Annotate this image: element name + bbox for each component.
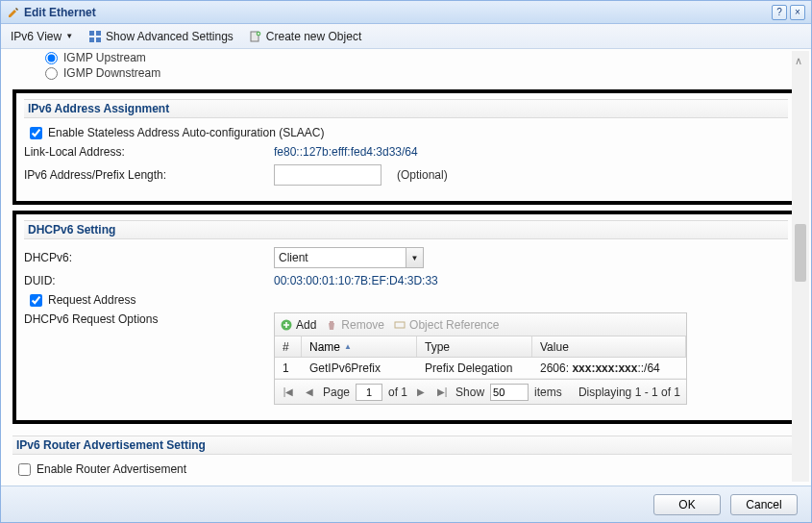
remove-label: Remove <box>341 318 384 332</box>
ipv6-assign-heading: IPv6 Address Assignment <box>24 99 788 118</box>
col-name[interactable]: Name ▲ <box>302 336 417 357</box>
close-button[interactable]: × <box>790 5 805 20</box>
linklocal-value: fe80::127b:efff:fed4:3d33/64 <box>274 145 418 159</box>
ipv6-address-assignment-frame: IPv6 Address Assignment Enable Stateless… <box>12 89 800 205</box>
remove-button[interactable]: Remove <box>326 318 384 332</box>
prefix-label: IPv6 Address/Prefix Length: <box>24 168 274 182</box>
dhcpv6-setting-frame: DHCPv6 Setting DHCPv6: Client ▼ DUID: 00… <box>12 211 800 424</box>
request-address-label: Request Address <box>48 293 135 307</box>
table-row[interactable]: 1 GetIPv6Prefix Prefix Delegation 2606: … <box>275 358 686 379</box>
ok-button[interactable]: OK <box>653 494 721 515</box>
pager-of-label: of 1 <box>388 386 407 399</box>
add-button[interactable]: Add <box>281 318 316 332</box>
pager-next[interactable]: ▶ <box>413 385 429 400</box>
slaac-checkbox[interactable] <box>30 127 42 139</box>
cancel-label: Cancel <box>746 498 781 511</box>
pager-last[interactable]: ▶| <box>434 385 450 400</box>
help-button[interactable]: ? <box>772 5 787 20</box>
col-type[interactable]: Type <box>417 336 532 357</box>
chevron-down-icon: ▼ <box>406 248 423 267</box>
pager-page-input[interactable] <box>356 384 382 401</box>
linklocal-label: Link-Local Address: <box>24 145 274 159</box>
duid-value: 00:03:00:01:10:7B:EF:D4:3D:33 <box>274 274 438 287</box>
col-name-label: Name <box>309 340 340 354</box>
pager-page-label: Page <box>323 386 350 399</box>
trash-icon <box>326 319 337 331</box>
content-area: IGMP Upstream IGMP Downstream IPv6 Addre… <box>1 49 811 484</box>
svg-rect-2 <box>89 37 94 42</box>
dhcpv6-select-value: Client <box>275 251 406 264</box>
igmp-downstream-label: IGMP Downstream <box>63 66 160 80</box>
scroll-up-icon: ∧ <box>795 55 806 66</box>
slaac-label: Enable Stateless Address Auto-configurat… <box>48 126 325 139</box>
toolbar: IPv6 View ▼ Show Advanced Settings Creat… <box>1 24 811 49</box>
svg-rect-0 <box>89 31 94 36</box>
dhcpv6-select[interactable]: Client ▼ <box>274 247 424 268</box>
request-address-checkbox[interactable] <box>30 294 42 307</box>
edit-icon <box>7 6 20 19</box>
cell-value: 2606: xxx:xxx:xxx::/64 <box>532 361 686 375</box>
prefix-input[interactable] <box>274 164 381 186</box>
ra-heading: IPv6 Router Advertisement Setting <box>12 436 800 455</box>
cancel-button[interactable]: Cancel <box>730 494 798 515</box>
object-reference-label: Object Reference <box>409 318 499 332</box>
cell-name: GetIPv6Prefix <box>302 361 417 375</box>
view-dropdown[interactable]: IPv6 View ▼ <box>7 28 77 45</box>
enable-ra-label: Enable Router Advertisement <box>37 462 186 476</box>
igmp-downstream-radio[interactable] <box>45 67 58 80</box>
view-dropdown-label: IPv6 View <box>11 30 62 43</box>
igmp-upstream-label: IGMP Upstream <box>63 51 146 64</box>
create-object-label: Create new Object <box>266 30 361 43</box>
value-prefix: 2606: <box>540 361 572 375</box>
show-advanced-label: Show Advanced Settings <box>106 30 234 43</box>
dhcpv6-heading: DHCPv6 Setting <box>24 220 788 239</box>
enable-ra-checkbox[interactable] <box>18 463 31 476</box>
svg-rect-7 <box>395 322 405 328</box>
dhcpv6-label: DHCPv6: <box>24 251 274 264</box>
request-options-label: DHCPv6 Request Options <box>24 312 274 326</box>
cell-num: 1 <box>275 361 302 375</box>
value-suffix: ::/64 <box>637 361 659 375</box>
optional-label: (Optional) <box>397 168 448 182</box>
request-options-table: Add Remove Object Referenc <box>274 312 687 405</box>
svg-rect-1 <box>96 31 101 36</box>
col-num[interactable]: # <box>275 336 302 357</box>
window-title: Edit Ethernet <box>24 6 772 19</box>
pager-show-label: Show <box>455 386 484 399</box>
sort-asc-icon: ▲ <box>344 342 352 351</box>
object-reference-button[interactable]: Object Reference <box>394 318 499 332</box>
plus-icon <box>281 319 292 331</box>
add-label: Add <box>296 318 316 332</box>
pager-first[interactable]: |◀ <box>281 385 296 400</box>
pager-display-label: Displaying 1 - 1 of 1 <box>578 386 680 399</box>
cell-type: Prefix Delegation <box>417 361 532 375</box>
grid-icon <box>88 30 102 43</box>
ok-label: OK <box>678 498 695 511</box>
scroll-thumb[interactable] <box>795 224 806 282</box>
create-object-button[interactable]: Create new Object <box>245 28 365 45</box>
link-icon <box>394 319 406 331</box>
pager-show-select[interactable] <box>490 384 529 401</box>
duid-label: DUID: <box>24 274 274 287</box>
igmp-upstream-radio[interactable] <box>45 52 58 64</box>
svg-rect-3 <box>96 37 101 42</box>
caret-down-icon: ▼ <box>65 32 73 40</box>
scrollbar[interactable]: ∧ <box>792 51 809 482</box>
new-object-icon <box>249 30 262 43</box>
pager-items-label: items <box>534 386 562 399</box>
router-advertisement-section: IPv6 Router Advertisement Setting Enable… <box>12 436 800 476</box>
pager-prev[interactable]: ◀ <box>302 385 317 400</box>
col-value[interactable]: Value <box>532 336 686 357</box>
show-advanced-button[interactable]: Show Advanced Settings <box>85 28 237 45</box>
value-mask: xxx:xxx:xxx <box>572 361 637 375</box>
